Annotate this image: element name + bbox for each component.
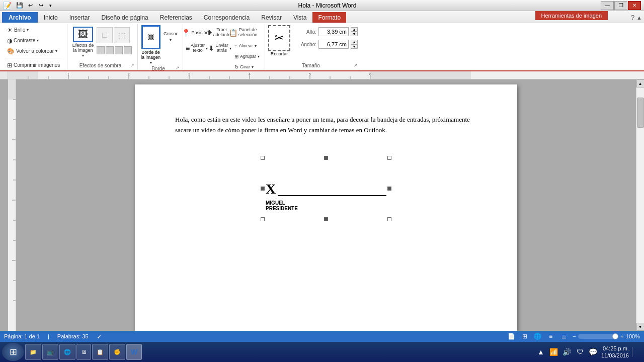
document-body: Hola, como están en este video les enseñ… [175,115,477,136]
app2-icon: ✊ [114,349,121,355]
zoom-slider[interactable] [578,334,618,339]
traer-adelante-button[interactable]: ⬆ Traeradelante ▾ [209,25,230,40]
handle-top-center[interactable] [324,156,328,160]
tamano-group-expand[interactable]: ↗ [354,63,358,68]
tray-antivirus[interactable]: 🛡 [575,347,585,357]
scroll-track[interactable] [636,87,645,323]
efectos-imagen-button[interactable]: 🖼 Efectos dela imagen ▾ [70,25,96,59]
view-outline-button[interactable]: ≡ [546,332,555,341]
qat-redo[interactable]: ↪ [36,2,45,10]
minimize-button[interactable]: — [601,1,614,10]
help-icon[interactable]: ? [631,14,634,21]
show-desktop-button[interactable] [632,347,642,357]
handle-bot-center[interactable] [324,217,328,221]
qat-more[interactable]: ▾ [47,2,54,10]
handle-top-right[interactable] [387,156,391,160]
zoom-thumb[interactable] [612,333,618,339]
shadow-btn-1[interactable]: □ [97,27,113,43]
taskbar-app2[interactable]: ✊ [109,344,125,360]
tab-referencias[interactable]: Referencias [154,12,198,23]
restore-button[interactable]: ❐ [614,1,627,10]
handle-mid-right[interactable] [387,187,391,191]
spell-check-icon[interactable]: ✓ [97,333,102,340]
enviar-atras-button[interactable]: ⬇ Enviaratrás ▾ [209,41,230,56]
shadow-dir-1[interactable] [97,46,105,54]
panel-seleccion-button[interactable]: 📋 Panel deselección [232,25,254,40]
tab-correspondencia[interactable]: Correspondencia [198,12,255,23]
shadow-dir-2[interactable] [106,46,114,54]
sig-underline [278,195,386,196]
tab-revisar[interactable]: Revisar [256,12,287,23]
borde-imagen-button[interactable]: 🖼 Borde dela imagen ▾ [141,25,160,65]
tab-inicio[interactable]: Inicio [38,12,63,23]
handle-top-left[interactable] [261,156,265,160]
ancho-up[interactable]: ▲ [351,40,358,44]
brillo-icon: ☀ [7,27,13,34]
document-scroll-area[interactable]: Hola, como están en este video les enseñ… [16,79,636,331]
taskbar-rdp[interactable]: 🖥 [76,344,91,360]
view-print-button[interactable]: 📄 [507,332,516,341]
tab-diseno[interactable]: Diseño de página [96,12,153,23]
ajustar-texto-button[interactable]: ≡ Ajustartexto ▾ [186,41,207,56]
view-web-button[interactable]: 🌐 [533,332,542,341]
minimize-ribbon-icon[interactable]: ▲ [636,15,642,21]
start-button[interactable]: ⊞ [2,343,24,361]
close-button[interactable]: ✕ [628,1,641,10]
view-fullscreen-button[interactable]: ⊞ [520,332,529,341]
recortar-button[interactable]: ✂ [268,25,290,51]
page-info: Página: 1 de 1 [4,333,40,339]
tab-archivo[interactable]: Archivo [2,12,38,23]
volver-colorear-button[interactable]: 🎨 Volver a colorear ▾ [5,46,59,56]
alto-down[interactable]: ▼ [351,32,358,36]
tab-insertar[interactable]: Insertar [64,12,96,23]
contraste-icon: ◑ [7,37,12,44]
alinear-button[interactable]: ≡ Alinear ▾ [232,41,262,51]
contraste-button[interactable]: ◑ Contraste ▾ [5,36,41,45]
brillo-button[interactable]: ☀ Brillo ▾ [5,25,31,35]
scroll-up-button[interactable]: ▲ [636,79,645,87]
tray-volume[interactable]: 🔊 [562,347,572,357]
shadow-btn-2[interactable]: ⬚ [114,27,130,43]
tab-vista[interactable]: Vista [288,12,312,23]
contextual-tab-header: Herramientas de imagen [535,11,608,20]
scroll-down-button[interactable]: ▼ [636,323,645,331]
taskbar-word[interactable]: W [126,344,142,360]
taskbar-explorer[interactable]: 📁 [25,344,41,360]
agrupar-button[interactable]: ⊞ Agrupar ▾ [232,51,262,61]
tray-network[interactable]: 📶 [549,347,559,357]
taskbar-clipboard[interactable]: 📋 [92,344,108,360]
ancho-down[interactable]: ▼ [351,44,358,49]
shadow-dir-3[interactable] [115,46,123,54]
posicion-button[interactable]: 📍 Posición ▾ [186,25,207,40]
traer-icon: ⬆ [206,29,212,37]
handle-bot-left[interactable] [261,217,265,221]
qat-undo[interactable]: ↩ [26,2,35,10]
efectos-group-expand[interactable]: ↗ [130,63,134,68]
alto-input[interactable] [318,27,349,36]
signature-image-container[interactable]: X MIGUEL PRESIDENTE [261,156,391,221]
tab-formato[interactable]: Formato [312,12,346,23]
zoom-in-button[interactable]: + [620,333,624,340]
girar-button[interactable]: ↻ Girar ▾ [232,62,262,72]
tray-chat[interactable]: 💬 [588,347,598,357]
title-bar: 📝 💾 ↩ ↪ ▾ Hola - Microsoft Word — ❐ ✕ [0,0,644,11]
scroll-thumb[interactable] [637,98,644,128]
view-draft-button[interactable]: ≣ [559,332,569,341]
shadow-controls: □ ⬚ [97,25,132,54]
comprimir-button[interactable]: ⊞ Comprimir imágenes [5,60,62,70]
taskbar-media[interactable]: 📺 [42,344,58,360]
vertical-scrollbar[interactable]: ▲ ▼ [636,79,644,331]
alto-up[interactable]: ▲ [351,27,358,32]
borde-group-expand[interactable]: ↗ [176,65,180,70]
ruler-ticks: 1 2 3 4 [8,71,644,79]
zoom-out-button[interactable]: − [573,333,576,340]
qat-save[interactable]: 💾 [15,2,24,10]
ancho-input[interactable] [318,40,349,49]
organizar-col1: 📍 Posición ▾ ≡ Ajustartexto ▾ [186,25,207,56]
taskbar-chrome[interactable]: 🌐 [59,344,75,360]
tray-arrow[interactable]: ▲ [536,347,546,357]
handle-bot-right[interactable] [387,217,391,221]
shadow-dir-4[interactable] [124,46,132,54]
grosor-button[interactable]: Grosor ▾ [162,30,180,43]
handle-mid-left[interactable] [261,187,265,191]
